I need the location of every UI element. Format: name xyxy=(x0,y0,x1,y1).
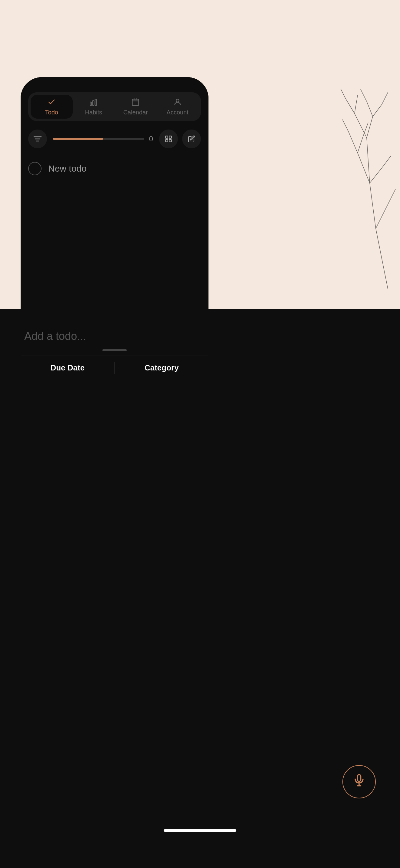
svg-line-10 xyxy=(345,98,354,114)
svg-line-4 xyxy=(348,132,358,153)
tab-habits-label: Habits xyxy=(85,109,102,116)
tab-calendar[interactable]: Calendar xyxy=(115,95,157,119)
bottom-sheet-tabs: Due Date Category xyxy=(21,355,208,380)
todo-text: New todo xyxy=(48,163,87,174)
add-todo-area[interactable]: Add a todo... xyxy=(0,321,400,352)
svg-rect-24 xyxy=(133,99,139,105)
svg-rect-33 xyxy=(169,136,172,138)
svg-rect-35 xyxy=(169,140,172,142)
phone-inner: Todo Habits xyxy=(21,77,208,404)
toolbar-row: 0 xyxy=(28,128,201,150)
svg-line-19 xyxy=(361,89,367,101)
category-label: Category xyxy=(145,363,179,373)
tab-calendar-label: Calendar xyxy=(123,109,148,116)
svg-line-17 xyxy=(364,123,368,135)
tab-todo-label: Todo xyxy=(45,109,58,116)
toolbar-right-buttons xyxy=(159,129,201,148)
phone-mockup: Todo Habits xyxy=(21,77,208,404)
svg-line-16 xyxy=(342,120,348,132)
svg-rect-22 xyxy=(92,100,94,105)
due-date-label: Due Date xyxy=(50,363,85,373)
svg-line-9 xyxy=(373,104,382,117)
habits-icon xyxy=(89,98,98,108)
todo-list: New todo xyxy=(28,156,201,343)
add-todo-placeholder: Add a todo... xyxy=(24,330,86,342)
mic-icon xyxy=(352,774,366,790)
svg-rect-23 xyxy=(95,99,96,105)
svg-line-0 xyxy=(376,228,388,289)
svg-line-11 xyxy=(354,95,358,114)
svg-rect-36 xyxy=(358,775,361,781)
svg-line-1 xyxy=(370,183,376,228)
edit-button[interactable] xyxy=(182,129,201,148)
tree-decoration xyxy=(339,77,400,289)
mic-button[interactable] xyxy=(342,765,376,798)
svg-line-20 xyxy=(341,89,345,98)
account-icon xyxy=(173,98,182,108)
due-date-tab[interactable]: Due Date xyxy=(21,356,115,380)
svg-line-18 xyxy=(382,92,388,104)
nav-tabs: Todo Habits xyxy=(28,92,201,121)
filter-button[interactable] xyxy=(28,129,47,148)
grid-view-button[interactable] xyxy=(159,129,178,148)
home-indicator xyxy=(164,829,236,832)
progress-track xyxy=(53,138,144,140)
svg-line-6 xyxy=(354,114,367,138)
tab-account[interactable]: Account xyxy=(157,95,199,119)
toolbar-progress: 0 xyxy=(53,135,153,143)
svg-line-12 xyxy=(376,204,388,228)
todo-checkbox[interactable] xyxy=(28,162,41,175)
svg-line-7 xyxy=(367,117,373,138)
svg-rect-21 xyxy=(90,102,91,105)
calendar-icon xyxy=(131,98,140,108)
progress-fill xyxy=(53,138,103,140)
svg-line-8 xyxy=(367,101,373,117)
svg-line-5 xyxy=(358,135,364,153)
tab-account-label: Account xyxy=(167,109,189,116)
todo-icon xyxy=(47,98,56,108)
svg-line-13 xyxy=(388,189,396,204)
svg-line-14 xyxy=(370,168,382,183)
todo-item[interactable]: New todo xyxy=(28,156,201,181)
svg-point-28 xyxy=(176,99,179,102)
progress-count: 0 xyxy=(149,135,153,143)
svg-line-15 xyxy=(382,156,391,168)
category-tab[interactable]: Category xyxy=(115,356,209,380)
tab-habits[interactable]: Habits xyxy=(73,95,115,119)
svg-rect-32 xyxy=(166,136,168,138)
svg-rect-34 xyxy=(166,140,168,142)
tab-todo[interactable]: Todo xyxy=(31,95,73,119)
